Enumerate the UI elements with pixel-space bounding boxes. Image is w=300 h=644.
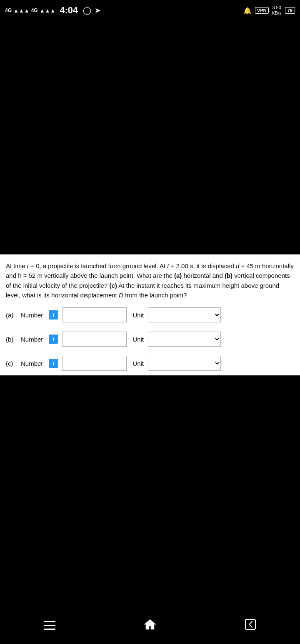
unit-label-c: Unit	[132, 360, 144, 367]
menu-button[interactable]	[44, 621, 55, 630]
number-input-b[interactable]	[62, 332, 127, 347]
question-text: At time t = 0, a projectile is launched …	[6, 261, 294, 300]
signal-4g-2: 4G	[31, 8, 38, 13]
battery-badge: 79	[285, 7, 295, 14]
top-black-area	[0, 21, 300, 254]
bottom-black-area	[0, 375, 300, 621]
mute-icon: 🔔	[243, 7, 252, 15]
unit-label-b: Unit	[132, 336, 144, 343]
speed-text: 3.50KB/s	[272, 5, 282, 16]
status-time: 4:04	[60, 5, 78, 16]
messenger-icon: ◯	[83, 6, 91, 15]
part-label-b: (b)	[6, 336, 17, 343]
input-row-b: (b) Number i Unit	[6, 332, 294, 347]
number-input-c[interactable]	[62, 356, 127, 371]
unit-label-a: Unit	[132, 312, 144, 319]
hamburger-line-3	[44, 629, 55, 630]
svg-rect-0	[245, 619, 255, 629]
status-bar: 4G ▲▲▲ 4G ▲▲▲ 4:04 ◯ ➤ 🔔 VPN 3.50KB/s 79	[0, 0, 300, 21]
nav-bar	[0, 611, 300, 644]
unit-select-a[interactable]	[148, 307, 221, 322]
number-label-b: Number	[21, 336, 43, 343]
home-button[interactable]	[143, 618, 157, 633]
number-label-a: Number	[21, 312, 43, 319]
signal-bars-2: ▲▲▲	[40, 8, 56, 14]
input-row-c: (c) Number i Unit	[6, 356, 294, 371]
vpn-badge: VPN	[255, 7, 269, 14]
info-button-c[interactable]: i	[49, 359, 58, 368]
signal-4g-1: 4G	[5, 8, 12, 13]
telegram-icon: ➤	[95, 6, 101, 15]
content-area: At time t = 0, a projectile is launched …	[0, 254, 300, 388]
hamburger-line-2	[44, 625, 55, 626]
signal-bars-1: ▲▲▲	[13, 8, 30, 14]
info-button-b[interactable]: i	[49, 335, 58, 344]
unit-select-b[interactable]	[148, 332, 221, 347]
unit-select-c[interactable]	[148, 356, 221, 371]
part-label-c: (c)	[6, 360, 17, 367]
back-button[interactable]	[245, 619, 256, 632]
number-label-c: Number	[21, 360, 43, 367]
hamburger-line-1	[44, 621, 55, 622]
status-right: 🔔 VPN 3.50KB/s 79	[243, 5, 295, 16]
number-input-a[interactable]	[62, 307, 127, 322]
info-button-a[interactable]: i	[49, 310, 58, 319]
part-label-a: (a)	[6, 312, 17, 319]
input-row-a: (a) Number i Unit	[6, 307, 294, 322]
status-left: 4G ▲▲▲ 4G ▲▲▲ 4:04 ◯ ➤	[5, 5, 101, 16]
